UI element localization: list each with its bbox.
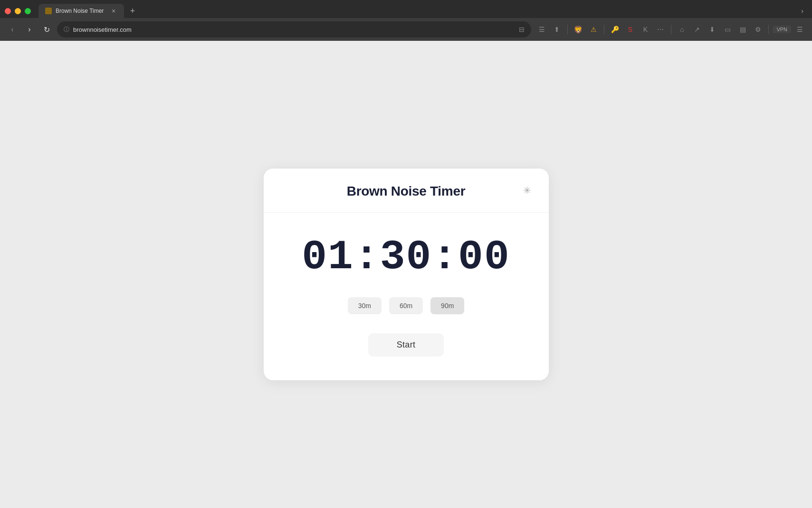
nav-icons-right: ☰ ⬆ 🦁 ⚠ 🔑 S K ⋯ — [535, 23, 806, 36]
extension-2-icon: K — [643, 26, 648, 33]
start-button[interactable]: Start — [368, 333, 444, 357]
extension-1-icon: S — [628, 26, 632, 33]
password-manager-button[interactable]: 🔑 — [608, 23, 621, 36]
settings-gear-icon: ✳ — [523, 185, 531, 196]
password-icon: 🔑 — [611, 26, 619, 33]
tab-close-button[interactable]: × — [110, 7, 117, 15]
reader-mode-button[interactable]: ☰ — [535, 23, 548, 36]
back-icon: ‹ — [11, 25, 13, 34]
download-icon: ⬇ — [709, 26, 715, 33]
separator2 — [604, 25, 604, 34]
preset-30m-button[interactable]: 30m — [348, 297, 382, 314]
settings-button[interactable]: ✳ — [520, 183, 535, 198]
brave-wallet-button[interactable]: ▤ — [736, 23, 749, 36]
browser-chrome: Brown Noise Timer × + › ‹ › ↻ ⓘ brownnoi… — [0, 0, 812, 41]
separator — [567, 25, 568, 34]
app-header: Brown Noise Timer ✳ — [264, 169, 549, 213]
app-body: 01:30:00 30m 60m 90m Start — [264, 213, 549, 380]
separator3 — [671, 25, 671, 34]
new-tab-button[interactable]: + — [126, 4, 139, 18]
extension-1-button[interactable]: S — [623, 23, 637, 36]
share-button[interactable]: ⬆ — [550, 23, 564, 36]
nav-bar: ‹ › ↻ ⓘ brownnoisetimer.com ⊟ ☰ ⬆ 🦁 ⚠ — [0, 18, 812, 41]
back-button[interactable]: ‹ — [6, 23, 19, 36]
close-window-button[interactable] — [5, 8, 11, 14]
brave-news-button[interactable]: ⌂ — [675, 23, 688, 36]
translate-icon: ↗ — [694, 26, 700, 33]
separator4 — [768, 25, 769, 34]
preset-buttons-group: 30m 60m 90m — [348, 297, 465, 314]
lock-icon: ⓘ — [64, 26, 69, 34]
forward-icon: › — [28, 25, 30, 34]
window-controls — [5, 8, 31, 14]
tab-bar-right: › — [797, 5, 807, 17]
browser-menu-button[interactable]: ☰ — [793, 23, 806, 36]
minimize-window-button[interactable] — [15, 8, 21, 14]
address-bar[interactable]: ⓘ brownnoisetimer.com ⊟ — [57, 21, 531, 38]
extension-2-button[interactable]: K — [639, 23, 652, 36]
preset-90m-button[interactable]: 90m — [430, 297, 464, 314]
bookmark-icon[interactable]: ⊟ — [519, 26, 525, 33]
brave-shield-icon: 🦁 — [573, 25, 583, 34]
page-content: Brown Noise Timer ✳ 01:30:00 30m 60m 90m… — [0, 41, 812, 508]
app-card: Brown Noise Timer ✳ 01:30:00 30m 60m 90m… — [264, 169, 549, 380]
tab-favicon — [45, 8, 52, 14]
reader-mode-icon: ☰ — [539, 26, 545, 33]
sidebar-toggle-icon: ▭ — [725, 26, 731, 33]
sidebar-toggle-button[interactable]: ▭ — [721, 23, 734, 36]
address-text: brownnoisetimer.com — [73, 26, 515, 33]
brave-news-icon: ⌂ — [680, 26, 684, 33]
extensions-overflow-icon: ⋯ — [657, 26, 664, 33]
warning-button[interactable]: ⚠ — [587, 23, 600, 36]
timer-display: 01:30:00 — [302, 236, 510, 278]
maximize-window-button[interactable] — [25, 8, 31, 14]
share-icon: ⬆ — [554, 26, 560, 33]
brave-wallet-icon: ▤ — [740, 26, 746, 33]
preset-60m-button[interactable]: 60m — [389, 297, 423, 314]
dev-tools-icon: ⚙ — [755, 26, 761, 33]
reload-button[interactable]: ↻ — [40, 23, 53, 36]
brave-shield-button[interactable]: 🦁 — [572, 23, 585, 36]
tab-bar: Brown Noise Timer × + › — [0, 0, 812, 18]
translate-button[interactable]: ↗ — [690, 23, 704, 36]
extensions-overflow-button[interactable]: ⋯ — [654, 23, 667, 36]
forward-button[interactable]: › — [23, 23, 36, 36]
browser-menu-icon: ☰ — [797, 26, 803, 33]
warning-icon: ⚠ — [591, 26, 597, 33]
tab-list-chevron-icon[interactable]: › — [797, 5, 807, 17]
download-button[interactable]: ⬇ — [706, 23, 719, 36]
tab-title: Brown Noise Timer — [56, 8, 106, 14]
vpn-button[interactable]: VPN — [773, 26, 791, 33]
reload-icon: ↻ — [44, 25, 50, 34]
app-title: Brown Noise Timer — [347, 184, 466, 199]
dev-tools-button[interactable]: ⚙ — [751, 23, 764, 36]
browser-tab-active[interactable]: Brown Noise Timer × — [38, 4, 124, 18]
